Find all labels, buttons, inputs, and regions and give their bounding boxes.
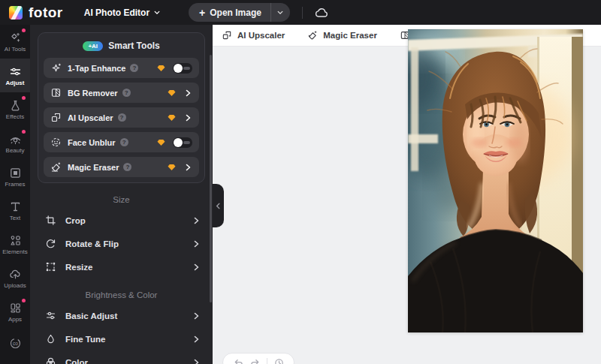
list-row-label: Color	[65, 358, 88, 364]
tool-row-magic-eraser[interactable]: Magic Eraser ?	[44, 157, 199, 177]
list-row-color[interactable]: Color	[30, 350, 213, 364]
sidebar-item-label: AI Tools	[5, 47, 26, 53]
one-tap-enhance-toggle[interactable]	[173, 63, 192, 74]
co-create-icon: co	[9, 337, 22, 350]
section-title-brightness-color: Brightness & Color	[30, 290, 213, 299]
help-icon[interactable]: ?	[123, 163, 131, 171]
sidebar-item-label: Effects	[6, 114, 24, 120]
sidebar-item-label: Text	[10, 215, 21, 221]
history-icon[interactable]	[274, 358, 284, 364]
help-icon[interactable]: ?	[120, 138, 128, 146]
canvas-photo-portrait[interactable]	[408, 29, 583, 332]
face-unblur-icon	[50, 137, 62, 148]
fotor-logo-icon[interactable]	[9, 6, 23, 20]
premium-diamond-icon	[157, 65, 165, 72]
chevron-right-icon	[192, 216, 201, 225]
sidebar-item-ai-tools[interactable]: AI Tools	[0, 25, 30, 59]
uploads-icon	[9, 268, 22, 281]
chevron-right-icon	[192, 358, 201, 364]
ai-tools-icon	[9, 32, 22, 44]
redo-icon[interactable]	[250, 358, 260, 364]
tool-row-bg-remover[interactable]: BG Remover ?	[44, 83, 199, 103]
tool-label: BG Remover	[68, 89, 118, 98]
premium-diamond-icon	[168, 114, 176, 122]
open-image-button[interactable]: + Open Image	[189, 3, 270, 22]
list-row-resize[interactable]: Resize	[30, 255, 213, 278]
list-row-crop[interactable]: Crop	[30, 209, 213, 232]
premium-diamond-icon	[168, 89, 176, 97]
chevron-right-icon	[183, 113, 192, 122]
help-icon[interactable]: ?	[130, 64, 138, 72]
one-tap-enhance-icon	[50, 62, 62, 74]
tool-label: AI Upscaler	[68, 113, 113, 122]
list-row-rotate-flip[interactable]: Rotate & Flip	[30, 232, 213, 255]
sidebar-item-text[interactable]: Text	[0, 194, 30, 227]
list-row-fine-tune[interactable]: Fine Tune	[30, 327, 213, 350]
smart-tools-title: Smart Tools	[108, 41, 159, 51]
panel-scrollbar[interactable]	[210, 55, 212, 302]
sidebar-item-apps[interactable]: Apps	[0, 295, 30, 329]
sidebar-item-label: Apps	[8, 317, 22, 323]
chevron-right-icon	[183, 89, 192, 98]
sidebar-item-label: Uploads	[4, 283, 26, 289]
sidebar-item-co-create[interactable]: co	[0, 329, 30, 357]
premium-diamond-icon	[168, 164, 176, 171]
smart-tools-card: +AI Smart Tools 1-Tap Enhance ? BG Remov…	[38, 32, 205, 183]
fine-tune-icon	[45, 333, 56, 344]
history-controls	[222, 353, 294, 364]
tool-row-ai-upscaler[interactable]: AI Upscaler ?	[44, 107, 199, 128]
brand-wordmark: fotor	[29, 5, 63, 21]
tool-label: Magic Eraser	[68, 163, 119, 172]
effects-icon	[9, 99, 22, 112]
help-icon[interactable]: ?	[122, 89, 131, 97]
color-icon	[45, 356, 56, 364]
ai-upscaler-icon	[50, 112, 62, 123]
undo-icon[interactable]	[234, 358, 243, 364]
svg-text:co: co	[13, 341, 18, 346]
open-image-dropdown-button[interactable]	[270, 3, 290, 22]
chevron-left-icon	[215, 203, 222, 209]
chevron-right-icon	[192, 263, 201, 272]
chevron-down-icon	[277, 10, 283, 16]
sidebar-rail: AI Tools Adjust Effects Beauty Frames	[0, 25, 30, 364]
rotate-flip-icon	[45, 238, 56, 249]
premium-diamond-icon	[157, 139, 165, 146]
list-row-label: Resize	[65, 263, 92, 272]
notification-dot	[22, 130, 26, 134]
panel-collapse-handle[interactable]	[213, 184, 224, 227]
tool-row-face-unblur[interactable]: Face Unblur ?	[44, 132, 199, 152]
editor-main: AI Upscaler Magic Eraser BG Remover Imag…	[213, 25, 601, 364]
ai-upscaler-icon	[222, 30, 232, 41]
frames-icon	[9, 167, 22, 179]
list-row-basic-adjust[interactable]: Basic Adjust	[30, 304, 213, 327]
sidebar-item-uploads[interactable]: Uploads	[0, 261, 30, 295]
sidebar-item-beauty[interactable]: Beauty	[0, 126, 30, 160]
adjust-icon	[9, 65, 22, 78]
help-icon[interactable]: ?	[118, 113, 126, 122]
chevron-right-icon	[192, 335, 201, 344]
sidebar-item-label: Beauty	[6, 148, 25, 154]
face-unblur-toggle[interactable]	[173, 137, 192, 148]
list-row-label: Basic Adjust	[65, 311, 117, 320]
pill-divider	[267, 358, 267, 364]
canvas-tab-label: Magic Eraser	[323, 31, 377, 40]
adjust-panel: +AI Smart Tools 1-Tap Enhance ? BG Remov…	[30, 25, 213, 364]
sidebar-item-effects[interactable]: Effects	[0, 92, 30, 126]
bg-remover-icon	[50, 87, 62, 98]
list-row-label: Crop	[65, 216, 86, 225]
canvas-tab-ai-upscaler[interactable]: AI Upscaler	[222, 30, 285, 41]
sidebar-item-frames[interactable]: Frames	[0, 160, 30, 194]
tool-row-1-tap-enhance[interactable]: 1-Tap Enhance ?	[44, 58, 199, 78]
plus-icon: +	[199, 7, 205, 19]
open-image-split-button: + Open Image	[189, 3, 290, 22]
sidebar-item-label: Elements	[2, 249, 27, 255]
workspace-switcher[interactable]: AI Photo Editor	[84, 8, 160, 18]
chevron-right-icon	[192, 311, 201, 320]
cloud-sync-icon[interactable]	[313, 5, 330, 21]
canvas-tab-magic-eraser[interactable]: Magic Eraser	[307, 30, 377, 41]
elements-icon	[9, 234, 22, 247]
notification-dot	[22, 29, 26, 32]
sidebar-item-elements[interactable]: Elements	[0, 227, 30, 261]
sidebar-item-adjust[interactable]: Adjust	[0, 59, 30, 92]
text-icon	[9, 200, 22, 213]
